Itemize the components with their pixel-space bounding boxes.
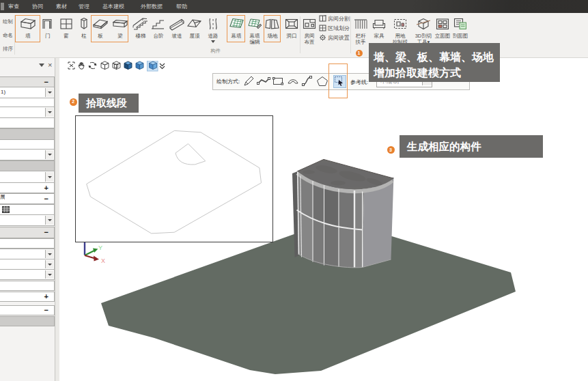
svg-text:Y: Y (98, 244, 102, 251)
svg-text:X: X (101, 257, 105, 264)
